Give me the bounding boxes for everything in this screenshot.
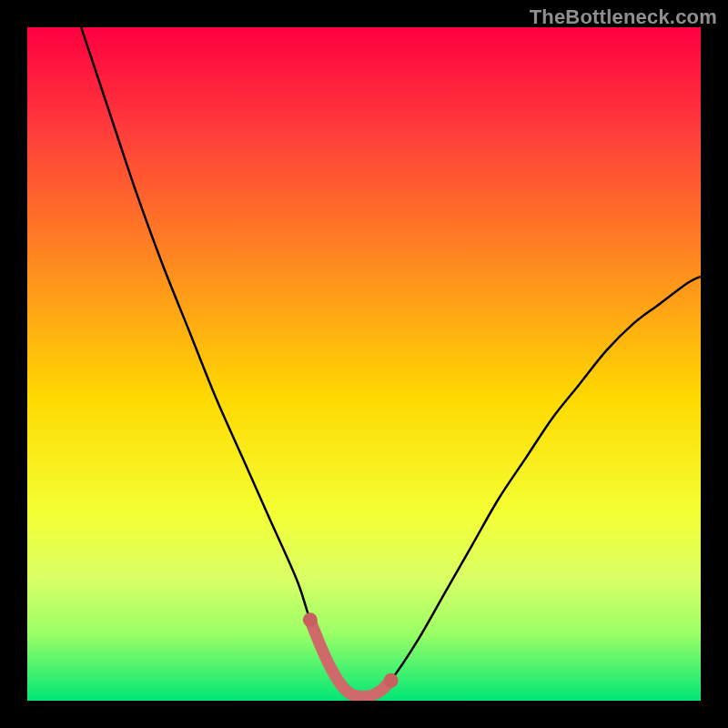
watermark-text: TheBottleneck.com: [530, 5, 717, 29]
chart-frame: TheBottleneck.com: [0, 0, 728, 728]
highlight-endpoint-left: [303, 612, 318, 627]
gradient-bg: [27, 27, 701, 701]
bottleneck-chart: [27, 27, 701, 701]
highlight-endpoint-right: [384, 673, 399, 688]
